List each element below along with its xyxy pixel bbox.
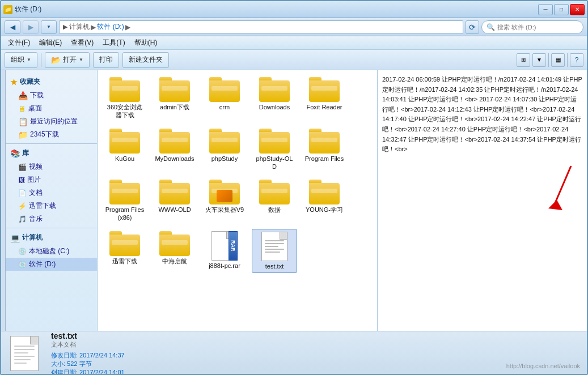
help-button[interactable]: ? [570, 53, 583, 67]
folder-icon [209, 129, 240, 154]
file-item[interactable]: Foxit Reader [302, 75, 347, 122]
preview-panel: 2017-02-24 06:00:59 让PHP定时运行吧！/n2017-02-… [377, 70, 587, 331]
sidebar-item-2345[interactable]: 📁 2345下载 [6, 128, 97, 141]
menu-bar: 文件(F) 编辑(E) 查看(V) 工具(T) 帮助(H) [1, 36, 587, 50]
sidebar-item-pictures[interactable]: 🖼 图片 [6, 173, 97, 186]
computer-icon: 💻 [10, 233, 20, 242]
toolbar-sep-3 [567, 53, 568, 67]
preview-button[interactable]: ▦ [551, 53, 565, 67]
refresh-button[interactable]: ⟳ [466, 20, 479, 34]
file-area[interactable]: 360安全浏览器下载 admin下载 [98, 70, 377, 331]
open-button[interactable]: 📂 打开 ▼ [45, 52, 90, 68]
file-item[interactable]: RAR j888t-pc.rar [202, 229, 247, 273]
file-label: phpStudy-OLD [254, 155, 295, 171]
music-icon: 🎵 [18, 215, 27, 223]
menu-file[interactable]: 文件(F) [3, 37, 35, 49]
file-item[interactable]: phpStudy-OLD [252, 126, 297, 173]
folder-icon [209, 77, 240, 102]
sidebar-div-1 [6, 143, 97, 144]
sidebar-item-cdrive[interactable]: 💿 本地磁盘 (C:) [6, 245, 97, 258]
back-button[interactable]: ◀ [5, 20, 20, 34]
library-title[interactable]: 📚 库 [6, 146, 97, 160]
file-item[interactable]: 数据 [252, 177, 297, 224]
sidebar-item-download[interactable]: 📥 下载 [6, 89, 97, 102]
file-item[interactable]: WWW-OLD [152, 177, 197, 224]
title-bar-left: 📁 软件 (D:) [3, 5, 41, 14]
preview-text: 2017-02-24 06:00:59 让PHP定时运行吧！/n2017-02-… [382, 75, 582, 155]
sidebar-item-documents[interactable]: 📄 文档 [6, 186, 97, 199]
file-label: Downloads [259, 103, 290, 111]
minimize-button[interactable]: ─ [538, 4, 553, 15]
file-item[interactable]: KuGou [102, 126, 147, 173]
file-label: phpStudy [211, 155, 238, 163]
close-button[interactable]: ✕ [570, 4, 585, 15]
pictures-icon: 🖼 [18, 176, 25, 184]
file-label: 360安全浏览器下载 [104, 103, 145, 120]
sidebar-library: 📚 库 🎬 视频 🖼 图片 📄 文档 ⚡ 迅雷下载 [6, 146, 97, 225]
file-label: 数据 [268, 206, 281, 214]
folder-icon [259, 77, 290, 102]
favorites-title[interactable]: ★ 收藏夹 [6, 75, 97, 89]
search-box[interactable]: 🔍 [481, 20, 583, 34]
menu-edit[interactable]: 编辑(E) [35, 37, 66, 49]
status-filename: test.txt [51, 331, 580, 340]
sidebar-item-desktop[interactable]: 🖥 桌面 [6, 102, 97, 115]
file-label: MyDownloads [155, 155, 194, 163]
folder-icon [309, 77, 340, 102]
file-item[interactable]: admin下载 [152, 75, 197, 122]
menu-help[interactable]: 帮助(H) [130, 37, 162, 49]
menu-tools[interactable]: 工具(T) [98, 37, 129, 49]
desktop-icon: 🖥 [18, 104, 26, 113]
file-item[interactable]: 🔥 火车采集器V9 [202, 177, 247, 224]
sidebar-item-recent[interactable]: 📋 最近访问的位置 [6, 115, 97, 128]
file-item[interactable]: Downloads [252, 75, 297, 122]
file-label: Program Files (x86) [104, 206, 145, 222]
file-grid: 360安全浏览器下载 admin下载 [102, 75, 373, 273]
forward-button[interactable]: ▶ [23, 20, 39, 34]
file-item[interactable]: MyDownloads [152, 126, 197, 173]
open-arrow: ▼ [79, 57, 83, 62]
view-dropdown-button[interactable]: ▼ [532, 53, 546, 67]
search-input[interactable] [497, 24, 578, 31]
print-button[interactable]: 打印 [93, 52, 119, 68]
sidebar-item-thunder[interactable]: ⚡ 迅雷下载 [6, 199, 97, 212]
file-item[interactable]: phpStudy [202, 126, 247, 173]
file-item[interactable]: test.txt [252, 229, 297, 273]
file-item[interactable]: 迅雷下载 [102, 229, 147, 273]
view-details-button[interactable]: ⊞ [517, 53, 530, 67]
svg-marker-1 [548, 200, 562, 210]
watermark: http://blog.csdn.net/vailook [506, 363, 580, 369]
menu-view[interactable]: 查看(V) [66, 37, 98, 49]
sidebar-item-music[interactable]: 🎵 音乐 [6, 212, 97, 225]
organize-button[interactable]: 组织 ▼ [5, 52, 37, 68]
new-folder-button[interactable]: 新建文件夹 [122, 52, 169, 68]
file-item[interactable]: Program Files [302, 126, 347, 173]
file-label: 中海启航 [162, 257, 187, 265]
folder-icon [259, 180, 290, 204]
status-bar: test.txt 文本文档 修改日期: 2017/2/24 14:37 大小: … [1, 331, 587, 375]
file-item[interactable]: YOUNG-学习 [302, 177, 347, 224]
open-label: 打开 [63, 55, 77, 65]
maximize-button[interactable]: □ [554, 4, 569, 15]
toolbar-sep-2 [548, 53, 549, 67]
download-folder-icon: 📥 [18, 91, 28, 100]
file-item[interactable]: 360安全浏览器下载 [102, 75, 147, 122]
file-label: 火车采集器V9 [205, 206, 244, 214]
status-created: 创建日期: 2017/2/24 14:01 [51, 368, 580, 376]
sidebar-item-video[interactable]: 🎬 视频 [6, 160, 97, 173]
sidebar-item-ddrive[interactable]: 💿 软件 (D:) [6, 258, 97, 271]
sidebar-computer: 💻 计算机 💿 本地磁盘 (C:) 💿 软件 (D:) [6, 231, 97, 271]
computer-title[interactable]: 💻 计算机 [6, 231, 97, 245]
search-icon: 🔍 [487, 23, 495, 31]
file-item[interactable]: 中海启航 [152, 229, 197, 273]
organize-label: 组织 [11, 55, 24, 65]
dropdown-button[interactable]: ▼ [41, 20, 57, 34]
address-path[interactable]: ▶ 计算机 ▶ 软件 (D:) ▶ [59, 20, 463, 34]
file-item[interactable]: Program Files (x86) [102, 177, 147, 224]
folder-icon [259, 129, 290, 154]
file-item[interactable]: crm [202, 75, 247, 122]
folder-icon [159, 129, 190, 154]
library-icon: 📚 [10, 149, 20, 158]
window-title: 软件 (D:) [15, 5, 41, 14]
toolbar-sep-1 [41, 53, 41, 67]
